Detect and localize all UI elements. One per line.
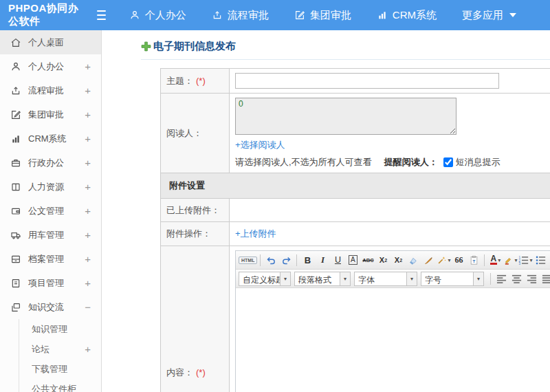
- nav-label: 更多应用: [462, 9, 503, 22]
- expand-toggle-icon[interactable]: +: [85, 61, 91, 72]
- sidebar-item-label: 项目管理: [28, 277, 85, 290]
- html-source-button[interactable]: HTML: [239, 253, 257, 268]
- eraser-icon[interactable]: [406, 253, 421, 268]
- publish-form: 主题：(*) 阅读人： 0 +选择阅读人 请选择阅读人,不选为所有人可查看 提醒…: [160, 68, 550, 392]
- nav-crm[interactable]: CRM系统: [377, 9, 437, 22]
- app-logo: PHPOA协同办公软件: [8, 2, 89, 28]
- expand-toggle-icon[interactable]: +: [85, 133, 91, 144]
- italic-button[interactable]: I: [315, 253, 330, 268]
- underline-button[interactable]: U: [330, 253, 345, 268]
- sidebar-item-label: 档案管理: [28, 253, 85, 265]
- strikethrough-button[interactable]: ABC: [360, 253, 375, 268]
- sidebar-subitem-label: 论坛: [32, 343, 85, 356]
- nav-personal-office[interactable]: 个人办公: [129, 9, 186, 22]
- sidebar-item-admin-office[interactable]: 行政办公+: [0, 151, 101, 175]
- home-icon: [10, 37, 21, 48]
- subscript-button[interactable]: X2: [390, 253, 406, 268]
- custom-title-select[interactable]: 自定义标题▾: [239, 272, 291, 286]
- menu-icon[interactable]: [97, 10, 106, 20]
- book-icon: [10, 182, 21, 193]
- sidebar-item-hr[interactable]: 人力资源+: [0, 175, 101, 199]
- sidebar-subitem-download-mgmt[interactable]: 下载管理: [19, 359, 101, 379]
- select-label: 字号: [421, 272, 473, 285]
- attachment-operation-label: 附件操作：: [161, 222, 230, 246]
- chevron-down-icon[interactable]: ▾: [473, 272, 483, 285]
- sidebar-item-vehicle-mgmt[interactable]: 用车管理+: [0, 223, 101, 247]
- sidebar-item-crm[interactable]: CRM系统+: [0, 127, 101, 151]
- expand-toggle-icon[interactable]: +: [85, 343, 91, 355]
- sidebar-subitem-forum[interactable]: 论坛+: [19, 339, 101, 359]
- expand-toggle-icon[interactable]: +: [85, 229, 91, 241]
- char-border-button[interactable]: A: [345, 253, 360, 268]
- attachment-operation-row: 附件操作： +上传附件: [161, 222, 550, 246]
- page-title: 电子期刊信息发布: [141, 40, 550, 60]
- sidebar-item-personal-office[interactable]: 个人办公+: [0, 54, 101, 78]
- unordered-list-icon[interactable]: [533, 253, 548, 268]
- sidebar-subitem-label: 下载管理: [32, 363, 91, 375]
- user-icon: [10, 61, 21, 72]
- sidebar-item-knowledge-exchange[interactable]: 知识交流−: [0, 295, 101, 319]
- sidebar-item-group-approval[interactable]: 集团审批+: [0, 102, 101, 127]
- sidebar-item-doc-mgmt[interactable]: 公文管理+: [0, 199, 101, 223]
- sidebar-item-archive-mgmt[interactable]: 档案管理+: [0, 247, 101, 271]
- expand-toggle-icon[interactable]: +: [85, 181, 91, 193]
- undo-icon[interactable]: [263, 253, 278, 268]
- chart-icon: [10, 133, 21, 144]
- flow-icon: [212, 10, 223, 21]
- expand-toggle-icon[interactable]: +: [85, 85, 91, 96]
- nav-more-apps[interactable]: 更多应用: [462, 9, 516, 22]
- edit-icon: [10, 109, 21, 120]
- readers-textarea[interactable]: 0: [235, 98, 456, 135]
- expand-toggle-icon[interactable]: +: [85, 205, 91, 217]
- svg-text:3: 3: [519, 262, 521, 265]
- chevron-down-icon[interactable]: ▾: [280, 272, 290, 285]
- align-justify-icon[interactable]: [539, 272, 550, 286]
- chevron-down-icon[interactable]: ▾: [406, 272, 417, 285]
- bold-button[interactable]: B: [300, 253, 315, 268]
- expand-toggle-icon[interactable]: +: [85, 277, 91, 289]
- sidebar-item-project-mgmt[interactable]: 项目管理+: [0, 271, 101, 295]
- redo-icon[interactable]: [278, 253, 294, 268]
- nav-workflow-approval[interactable]: 流程审批: [212, 9, 269, 22]
- content-label: 内容：: [166, 367, 193, 378]
- truck-icon: [10, 230, 21, 241]
- readers-label: 阅读人：: [161, 94, 230, 173]
- sidebar-item-workflow-approval[interactable]: 流程审批+: [0, 78, 101, 102]
- flow-icon: [10, 85, 21, 96]
- format-painter-icon[interactable]: [421, 253, 436, 268]
- expand-toggle-icon[interactable]: −: [85, 301, 91, 313]
- select-label: 自定义标题: [239, 272, 280, 285]
- sidebar-subitem-public-cabinet[interactable]: 公共文件柜: [19, 379, 101, 392]
- briefcase-icon: [10, 157, 21, 168]
- expand-toggle-icon[interactable]: +: [85, 253, 91, 265]
- font-color-button[interactable]: A: [487, 253, 503, 268]
- expand-toggle-icon[interactable]: +: [85, 157, 91, 168]
- align-center-icon[interactable]: [509, 272, 524, 286]
- paragraph-select[interactable]: 段落格式▾: [294, 272, 351, 286]
- ordered-list-icon[interactable]: 123: [518, 253, 533, 268]
- subject-input[interactable]: [235, 73, 499, 89]
- edit-icon: [294, 10, 305, 21]
- upload-attachment-link[interactable]: +上传附件: [235, 228, 276, 240]
- sms-remind-checkbox[interactable]: [443, 157, 453, 167]
- select-readers-link[interactable]: +选择阅读人: [235, 139, 285, 151]
- editor-content-area[interactable]: [236, 288, 550, 392]
- paste-text-icon[interactable]: T: [466, 253, 481, 268]
- sidebar-item-personal-desktop[interactable]: 个人桌面: [0, 30, 101, 54]
- nav-label: 集团审批: [310, 9, 351, 22]
- highlight-color-icon[interactable]: [503, 253, 518, 268]
- nav-label: CRM系统: [393, 9, 437, 22]
- font-family-select[interactable]: 字体▾: [354, 272, 417, 286]
- sidebar-item-label: CRM系统: [28, 133, 85, 145]
- chevron-down-icon[interactable]: ▾: [340, 272, 350, 285]
- expand-toggle-icon[interactable]: +: [85, 109, 91, 120]
- sidebar-subitem-knowledge-mgmt[interactable]: 知识管理: [19, 319, 101, 339]
- font-size-select[interactable]: 字号▾: [421, 272, 484, 286]
- superscript-button[interactable]: X2: [375, 253, 390, 268]
- align-right-icon[interactable]: [524, 272, 539, 286]
- nav-group-approval[interactable]: 集团审批: [294, 9, 351, 22]
- align-left-icon[interactable]: [494, 272, 509, 286]
- blockquote-button[interactable]: 66: [451, 253, 466, 268]
- auto-typeset-icon[interactable]: [436, 253, 451, 268]
- uploaded-attachments-label: 已上传附件：: [161, 199, 230, 222]
